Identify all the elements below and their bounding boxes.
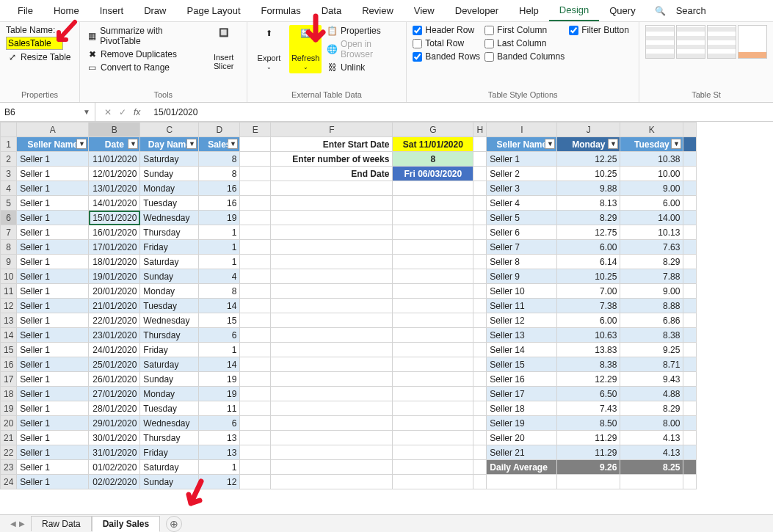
cell[interactable] bbox=[683, 284, 697, 299]
cell[interactable]: 19 bbox=[199, 211, 240, 225]
menu-design[interactable]: Design bbox=[549, 0, 599, 21]
menu-query[interactable]: Query bbox=[599, 1, 645, 21]
filter-dropdown-icon[interactable]: ▼ bbox=[128, 139, 138, 149]
cell[interactable]: 4.88 bbox=[620, 387, 683, 401]
cell[interactable]: Sunday bbox=[140, 269, 199, 284]
cell[interactable]: 13 bbox=[199, 431, 240, 445]
cell[interactable] bbox=[240, 445, 271, 460]
row-header[interactable]: 2 bbox=[1, 152, 17, 167]
cell[interactable]: 10.25 bbox=[557, 269, 620, 284]
cell[interactable]: Seller 12 bbox=[487, 313, 557, 328]
row-header[interactable]: 21 bbox=[1, 431, 17, 445]
cell[interactable] bbox=[393, 240, 473, 255]
cell[interactable]: 8.38 bbox=[557, 357, 620, 372]
row-header[interactable]: 15 bbox=[1, 343, 17, 357]
cell[interactable]: 8.38 bbox=[620, 328, 683, 343]
row-header[interactable]: 6 bbox=[1, 211, 17, 225]
cell[interactable] bbox=[683, 255, 697, 269]
cell[interactable]: 10.13 bbox=[620, 225, 683, 240]
cell[interactable] bbox=[271, 299, 393, 313]
row-header[interactable]: 14 bbox=[1, 328, 17, 343]
cell[interactable] bbox=[240, 269, 271, 284]
cell[interactable] bbox=[393, 343, 473, 357]
cell[interactable] bbox=[393, 225, 473, 240]
cell[interactable]: 01/02/2020 bbox=[89, 460, 140, 475]
cell[interactable]: Seller 14 bbox=[487, 343, 557, 357]
summarize-pivot-button[interactable]: ▦Summarize with PivotTable bbox=[86, 25, 203, 47]
cell[interactable]: Seller 1 bbox=[17, 284, 89, 299]
worksheet-grid[interactable]: A B C D E F G H I J K 1Seller Name▼Date▼… bbox=[0, 122, 697, 489]
cell[interactable] bbox=[240, 416, 271, 431]
col-header[interactable]: K bbox=[620, 123, 683, 137]
col-header[interactable]: I bbox=[487, 123, 557, 137]
row-header[interactable]: 5 bbox=[1, 196, 17, 211]
cell[interactable]: Seller 4 bbox=[487, 196, 557, 211]
cell[interactable] bbox=[683, 152, 697, 167]
cell[interactable] bbox=[473, 167, 487, 181]
cell[interactable] bbox=[240, 328, 271, 343]
cell[interactable] bbox=[683, 460, 697, 475]
cell[interactable] bbox=[271, 211, 393, 225]
menu-formulas[interactable]: Formulas bbox=[251, 1, 311, 21]
cell[interactable]: 16 bbox=[199, 196, 240, 211]
row-header[interactable]: 13 bbox=[1, 313, 17, 328]
cell[interactable] bbox=[393, 416, 473, 431]
cell[interactable] bbox=[240, 167, 271, 181]
cell[interactable] bbox=[473, 460, 487, 475]
cell[interactable] bbox=[557, 475, 620, 489]
cell[interactable]: Daily Average bbox=[487, 460, 557, 475]
cell[interactable]: Seller 1 bbox=[17, 460, 89, 475]
cell[interactable]: 14 bbox=[199, 299, 240, 313]
cell[interactable]: 11 bbox=[199, 401, 240, 416]
filter-dropdown-icon[interactable]: ▼ bbox=[228, 139, 238, 149]
cell[interactable] bbox=[683, 211, 697, 225]
row-header[interactable]: 18 bbox=[1, 387, 17, 401]
cell[interactable]: Seller 1 bbox=[17, 416, 89, 431]
col-header[interactable]: G bbox=[393, 123, 473, 137]
name-box[interactable]: B6▼ bbox=[0, 103, 95, 121]
cell[interactable] bbox=[393, 445, 473, 460]
row-header[interactable]: 8 bbox=[1, 240, 17, 255]
fx-icon[interactable]: fx bbox=[134, 107, 140, 117]
cell[interactable]: 9.25 bbox=[620, 343, 683, 357]
cell[interactable]: 21/01/2020 bbox=[89, 299, 140, 313]
cell[interactable] bbox=[240, 255, 271, 269]
table-header-cell[interactable]: Seller Name▼ bbox=[17, 137, 89, 152]
cell[interactable]: Tuesday bbox=[140, 299, 199, 313]
cell[interactable] bbox=[473, 225, 487, 240]
cell[interactable]: 20/01/2020 bbox=[89, 284, 140, 299]
col-header[interactable]: H bbox=[473, 123, 487, 137]
cell[interactable] bbox=[683, 137, 697, 152]
cell[interactable]: Seller 1 bbox=[17, 211, 89, 225]
cell[interactable] bbox=[473, 475, 487, 489]
cell[interactable]: 9.00 bbox=[620, 181, 683, 196]
cell[interactable]: Monday bbox=[140, 181, 199, 196]
cell[interactable] bbox=[473, 181, 487, 196]
cell[interactable]: Seller 1 bbox=[17, 387, 89, 401]
cell[interactable] bbox=[271, 284, 393, 299]
row-header[interactable]: 12 bbox=[1, 299, 17, 313]
cell[interactable]: 25/01/2020 bbox=[89, 357, 140, 372]
col-header[interactable]: B bbox=[89, 123, 140, 137]
cell[interactable]: 11.29 bbox=[557, 431, 620, 445]
search-icon[interactable]: 🔍 bbox=[655, 6, 666, 16]
cell[interactable]: Sunday bbox=[140, 475, 199, 489]
insert-slicer-button[interactable]: 🔲 Insert Slicer bbox=[207, 25, 241, 73]
cell[interactable] bbox=[271, 225, 393, 240]
cell[interactable]: 28/01/2020 bbox=[89, 401, 140, 416]
sheet-tab-raw-data[interactable]: Raw Data bbox=[31, 516, 92, 531]
cell[interactable] bbox=[240, 372, 271, 387]
cell[interactable] bbox=[683, 401, 697, 416]
cell[interactable] bbox=[240, 313, 271, 328]
cell[interactable]: Seller 7 bbox=[487, 240, 557, 255]
cell[interactable] bbox=[393, 269, 473, 284]
cell[interactable]: Seller 1 bbox=[17, 357, 89, 372]
cell[interactable] bbox=[473, 196, 487, 211]
sheet-tab-daily-sales[interactable]: Daily Sales bbox=[92, 516, 160, 532]
accept-icon[interactable]: ✓ bbox=[119, 107, 126, 117]
cell[interactable]: 22/01/2020 bbox=[89, 313, 140, 328]
row-header[interactable]: 19 bbox=[1, 401, 17, 416]
cell[interactable] bbox=[683, 328, 697, 343]
cell[interactable]: Seller 1 bbox=[17, 240, 89, 255]
cell[interactable]: Seller 1 bbox=[17, 372, 89, 387]
